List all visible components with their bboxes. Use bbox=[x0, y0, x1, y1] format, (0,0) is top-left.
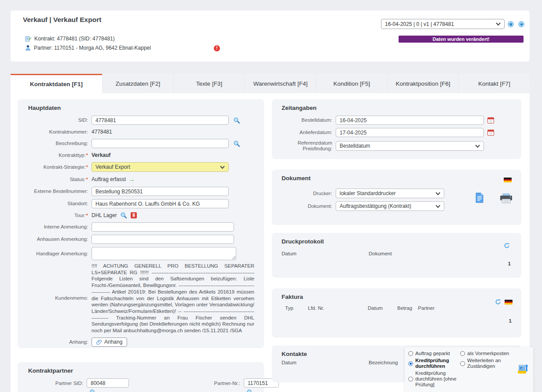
sid-label: SID: bbox=[18, 117, 92, 123]
interne-anmerkung-input[interactable] bbox=[92, 222, 234, 232]
radio-icon[interactable] bbox=[408, 377, 413, 381]
delete-icon[interactable] bbox=[131, 212, 137, 218]
interne-anmerkung-label: Interne Anmerkung: bbox=[18, 224, 92, 230]
anhausen-anmerkung-label: Anhausen Anmerkung: bbox=[18, 236, 92, 242]
tab-kontraktposition[interactable]: Kontraktposition [F6] bbox=[387, 74, 458, 93]
anhang-button[interactable]: Anhang bbox=[92, 338, 127, 347]
version-select[interactable]: 16-04-2025 | 0 | v1 | 4778481 bbox=[381, 19, 505, 29]
radio-icon[interactable] bbox=[408, 351, 413, 356]
tab-warenwirtschaft[interactable]: Warenwirtschaft [F4] bbox=[245, 74, 316, 93]
tab-zusatzdaten[interactable]: Zusatzdaten [F2] bbox=[102, 74, 173, 93]
kontraktnummer-label: Kontraktnummer: bbox=[18, 129, 92, 135]
panel-zeitangaben: Zeitangaben Bestelldatum: Anlieferdatum:… bbox=[272, 99, 521, 159]
history-search-icon[interactable] bbox=[508, 21, 514, 27]
tour-value: DHL Lager bbox=[92, 212, 117, 218]
panel-druckprotokoll: Druckprotokoll Datum Dokument 1 bbox=[272, 233, 521, 278]
radio-kreditpruefung-durchfuehren[interactable]: Kreditprüfung durchführen bbox=[408, 358, 460, 369]
chevron-down-icon bbox=[220, 166, 225, 169]
refresh-icon[interactable] bbox=[504, 243, 510, 249]
faktura-page[interactable]: 1 bbox=[509, 318, 512, 323]
strategie-select[interactable]: Verkauf Export bbox=[92, 162, 229, 172]
beschreibung-input[interactable] bbox=[92, 139, 229, 148]
standort-label: Standort: bbox=[18, 201, 92, 207]
calendar-icon[interactable] bbox=[487, 117, 494, 123]
submit-icon[interactable] bbox=[516, 363, 529, 374]
druckprotokoll-page[interactable]: 1 bbox=[508, 261, 511, 266]
record-icon[interactable] bbox=[518, 21, 524, 27]
dokument-select[interactable]: Auftragsbestätigung (Kontrakt) bbox=[336, 201, 444, 211]
anhang-label: Anhang: bbox=[18, 339, 92, 345]
anhausen-anmerkung-input[interactable] bbox=[92, 235, 234, 244]
col-datum: Datum bbox=[282, 251, 369, 256]
col-dokument: Dokument bbox=[369, 251, 392, 256]
radio-weiterleiten[interactable]: Weiterleiten an Zuständigen bbox=[460, 358, 516, 369]
panel-faktura: Faktura Typ Lfd. Nr. Datum Betrag Partne… bbox=[272, 288, 521, 338]
col-datum: Datum bbox=[368, 305, 397, 311]
partner-sid-label: Partner SID: bbox=[18, 378, 87, 392]
chevron-down-icon bbox=[436, 192, 440, 195]
alert-icon bbox=[214, 45, 220, 51]
panel-hauptdaten: Hauptdaten SID: Kontraktnummer: 4778481 … bbox=[18, 99, 264, 348]
standort-input[interactable] bbox=[92, 199, 229, 208]
externe-bestellnummer-input[interactable] bbox=[92, 187, 229, 196]
referenzdatum-label: Referenzdatum Preisfindung: bbox=[272, 140, 336, 152]
kundenmemo-label: Kundenmemo: bbox=[18, 295, 92, 301]
person-icon bbox=[25, 45, 31, 51]
col-partner: Partner bbox=[418, 305, 435, 311]
search-icon[interactable] bbox=[233, 140, 240, 147]
radio-kreditpruefung-ohne-pruefung[interactable]: Kreditprüfung durchführen [ohne Prüfung] bbox=[408, 370, 460, 388]
radio-icon[interactable] bbox=[460, 361, 465, 366]
kundenmemo-text: !!!! ACHTUNG GENERELL PRO BESTELLUNG SEP… bbox=[92, 263, 254, 334]
flag-de-icon[interactable] bbox=[505, 300, 513, 305]
tab-kondition[interactable]: Kondition [F5] bbox=[316, 74, 387, 93]
search-icon[interactable] bbox=[233, 117, 240, 124]
dokument-label: Dokument: bbox=[272, 203, 336, 209]
col-datum: Datum bbox=[282, 360, 369, 365]
chevron-down-icon bbox=[475, 145, 480, 148]
flag-de-icon[interactable] bbox=[504, 178, 512, 182]
hauptdaten-title: Hauptdaten bbox=[18, 99, 264, 111]
chevron-down-icon bbox=[436, 205, 440, 208]
kontrakttyp-label: Kontrakttyp:* bbox=[18, 152, 92, 158]
search-icon[interactable] bbox=[89, 389, 96, 392]
handlager-anmerkung-textarea[interactable] bbox=[92, 247, 236, 260]
status-arrow-icon[interactable] bbox=[128, 176, 135, 183]
sid-input[interactable] bbox=[92, 116, 229, 125]
tab-texte[interactable]: Texte [F3] bbox=[173, 74, 245, 93]
header-card: Verkauf | Verkauf Export 16-04-2025 | 0 … bbox=[11, 11, 530, 62]
kontraktpartner-title: Kontraktpartner bbox=[18, 362, 264, 374]
partner-nr-label: Partner-Nr.: bbox=[212, 378, 244, 392]
radio-icon[interactable] bbox=[460, 351, 465, 356]
bestelldatum-label: Bestelldatum: bbox=[272, 117, 336, 123]
anlieferdatum-label: Anlieferdatum: bbox=[272, 130, 336, 135]
tour-label: Tour:* bbox=[18, 213, 92, 218]
radio-icon-selected[interactable] bbox=[408, 361, 413, 366]
radio-auftrag-geparkt[interactable]: Auftrag geparkt bbox=[408, 351, 460, 356]
beschreibung-label: Beschreibung: bbox=[18, 141, 92, 146]
handlager-anmerkung-label: Handlager Anmerkung: bbox=[18, 251, 92, 257]
tab-kontakt[interactable]: Kontakt [F7] bbox=[458, 74, 530, 93]
bestelldatum-input[interactable] bbox=[336, 116, 484, 125]
search-icon[interactable] bbox=[246, 389, 253, 392]
anlieferdatum-input[interactable] bbox=[336, 128, 484, 137]
externe-bestellnummer-label: Externe Bestellnummer: bbox=[18, 189, 92, 194]
col-typ: Typ bbox=[285, 305, 308, 311]
drucker-select[interactable]: lokaler Standarddrucker bbox=[336, 189, 444, 198]
calendar-icon[interactable] bbox=[487, 130, 494, 136]
printer-icon[interactable] bbox=[500, 193, 512, 203]
kontraktnummer-value: 4778481 bbox=[92, 129, 112, 135]
document-icon[interactable] bbox=[475, 192, 484, 203]
refresh-icon[interactable] bbox=[495, 299, 501, 305]
tab-bar: Kontraktdaten [F1] Zusatzdaten [F2] Text… bbox=[11, 74, 530, 93]
kontrakttyp-value: Verkauf bbox=[92, 152, 110, 158]
note-icon bbox=[25, 36, 31, 42]
radio-als-vormerkposten[interactable]: als Vormerkposten bbox=[460, 351, 516, 356]
status-label: Status:* bbox=[18, 177, 92, 182]
status-value: Auftrag erfasst bbox=[92, 176, 126, 182]
zeitangaben-title: Zeitangaben bbox=[272, 99, 521, 111]
col-bezeichnung: Bezeichnung bbox=[369, 360, 398, 365]
tab-kontraktdaten[interactable]: Kontraktdaten [F1] bbox=[11, 74, 102, 93]
partner-sid-input[interactable] bbox=[87, 378, 129, 388]
referenzdatum-select[interactable]: Bestelldatum bbox=[336, 141, 484, 151]
search-icon[interactable] bbox=[120, 212, 127, 219]
